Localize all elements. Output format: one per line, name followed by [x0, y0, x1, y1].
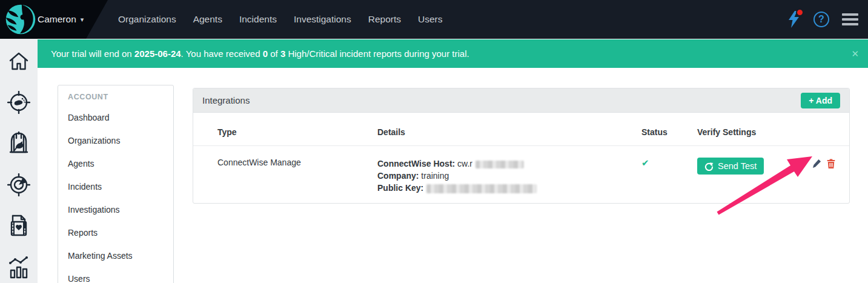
trial-end-date: 2025-06-24	[134, 48, 181, 59]
redacted-host-value	[475, 161, 524, 168]
menu-item-incidents[interactable]: Incidents	[58, 175, 173, 198]
notification-dot	[796, 8, 804, 16]
panel-title: Integrations	[202, 95, 250, 105]
primary-nav: Organizations Agents Incidents Investiga…	[118, 0, 443, 39]
integration-row-connectwise: ConnectWise Manage ConnectWise Host: cw.…	[193, 146, 849, 203]
canary-birdcage-icon[interactable]	[7, 132, 31, 155]
account-menu-heading: ACCOUNT	[68, 93, 164, 101]
send-test-button[interactable]: Send Test	[697, 158, 764, 175]
integrations-table-header: Type Details Status Verify Settings	[193, 113, 849, 146]
huntress-logo-icon	[4, 2, 38, 36]
hamburger-bar	[842, 13, 858, 16]
menu-item-investigations[interactable]: Investigations	[58, 198, 173, 221]
chevron-down-icon: ▾	[81, 16, 84, 24]
menu-item-agents[interactable]: Agents	[58, 152, 173, 175]
delete-trash-icon[interactable]	[827, 159, 835, 168]
nav-reports[interactable]: Reports	[368, 14, 401, 25]
banner-close-icon[interactable]: ✕	[851, 48, 859, 59]
navbar-right-controls: ?	[787, 0, 858, 39]
col-details: Details	[377, 127, 641, 137]
hamburger-bar	[842, 23, 858, 25]
nav-agents[interactable]: Agents	[193, 14, 222, 25]
stats-chart-icon[interactable]	[7, 256, 31, 279]
nav-organizations[interactable]: Organizations	[118, 14, 176, 25]
top-navbar: Cameron ▾ Organizations Agents Incidents…	[0, 0, 868, 39]
nav-incidents[interactable]: Incidents	[239, 14, 277, 25]
menu-item-organizations[interactable]: Organizations	[58, 129, 173, 152]
integrations-panel: Integrations + Add Type Details Status V…	[193, 88, 850, 204]
huntress-logo[interactable]	[4, 2, 38, 36]
edit-pencil-icon[interactable]	[812, 159, 821, 168]
media-filmstrip-document-icon[interactable]	[7, 215, 31, 238]
col-status: Status	[641, 127, 697, 137]
status-check-icon: ✔	[641, 158, 649, 168]
col-type: Type	[217, 127, 377, 137]
nav-users[interactable]: Users	[418, 14, 442, 25]
home-icon[interactable]	[7, 50, 31, 73]
account-dropdown[interactable]: Cameron ▾	[38, 0, 84, 39]
nav-investigations[interactable]: Investigations	[294, 14, 351, 25]
menu-item-users[interactable]: Users	[58, 267, 173, 283]
hamburger-menu-button[interactable]	[842, 11, 858, 28]
hunt-footprint-target-icon[interactable]	[7, 91, 31, 114]
help-button[interactable]: ?	[813, 12, 829, 27]
row-actions	[812, 158, 837, 194]
redacted-public-key-value	[426, 184, 537, 193]
menu-item-dashboard[interactable]: Dashboard	[58, 106, 173, 129]
hamburger-bar	[842, 18, 858, 21]
icon-sidebar	[0, 39, 38, 283]
public-key-label: Public Key:	[377, 183, 423, 193]
incidents-total-count: 3	[280, 48, 285, 59]
incidents-received-count: 0	[263, 48, 268, 59]
account-menu: ACCOUNT Dashboard Organizations Agents I…	[58, 85, 174, 283]
company-value: training	[421, 171, 449, 181]
integrations-panel-header: Integrations + Add	[193, 88, 849, 113]
menu-item-marketing-assets[interactable]: Marketing Assets	[58, 244, 173, 267]
notifications-button[interactable]	[787, 10, 801, 28]
add-integration-button[interactable]: + Add	[801, 93, 840, 108]
host-label: ConnectWise Host:	[377, 159, 455, 168]
account-name: Cameron	[38, 14, 76, 25]
integration-type: ConnectWise Manage	[217, 158, 377, 194]
integration-details: ConnectWise Host: cw.r Company: training…	[377, 158, 641, 194]
company-label: Company:	[377, 171, 419, 181]
trial-banner: Your trial will end on 2025-06-24. You h…	[38, 39, 868, 68]
send-test-arrow-icon	[704, 162, 714, 171]
question-mark-icon: ?	[818, 14, 824, 25]
menu-item-reports[interactable]: Reports	[58, 221, 173, 244]
col-verify-settings: Verify Settings	[697, 127, 812, 137]
trial-banner-text: Your trial will end on 2025-06-24. You h…	[51, 48, 469, 59]
host-value: cw.r	[457, 159, 472, 168]
radar-icon[interactable]	[7, 173, 31, 196]
